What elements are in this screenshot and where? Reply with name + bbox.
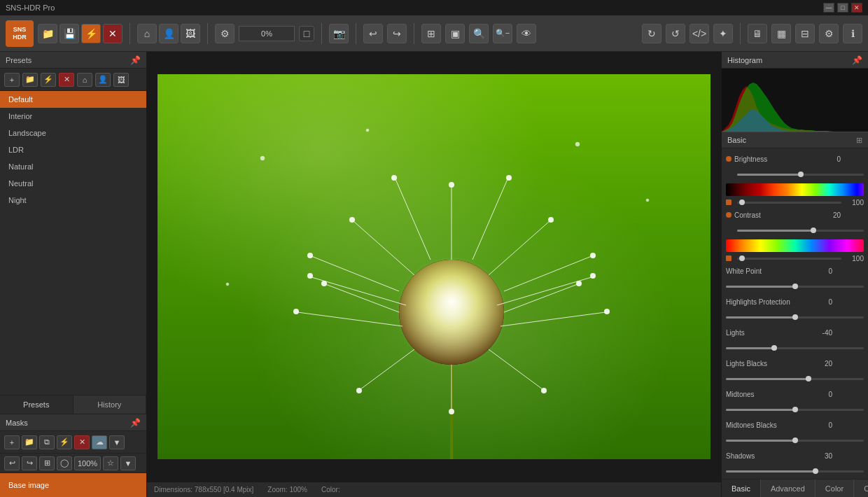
brightness-track[interactable] [737, 174, 864, 176]
midtonesblacks-track[interactable] [726, 440, 864, 442]
mask-tool4-btn[interactable]: ◯ [57, 456, 72, 470]
preset-image-btn[interactable]: 🖼 [113, 73, 129, 87]
tab-advanced[interactable]: Advanced [761, 479, 816, 497]
toolbar-btn-bolt[interactable]: ⚡ [81, 24, 101, 43]
lights-row: Lights -40 [722, 325, 868, 340]
mask-pct-btn[interactable]: 100% [74, 456, 101, 470]
basic-expand-icon[interactable]: ⊞ [856, 136, 862, 145]
toolbar-btn-rotate-cw[interactable]: ↻ [642, 24, 662, 43]
toolbar-btn-layout[interactable]: ⊟ [795, 24, 815, 43]
toolbar-btn-settings[interactable]: ⚙ [215, 24, 234, 43]
preset-person-btn[interactable]: 👤 [95, 73, 111, 87]
preset-item-landscape[interactable]: Landscape [0, 125, 146, 141]
midtones-track[interactable] [726, 409, 864, 411]
preset-home-btn[interactable]: ⌂ [77, 73, 92, 87]
status-dimensions: Dimensions: 788x550 [0.4 Mpix] [154, 486, 253, 493]
toolbar-btn-crop[interactable]: ⊞ [421, 24, 441, 43]
toolbar-btn-frame[interactable]: ▣ [445, 24, 465, 43]
base-image-item[interactable]: Base image [0, 473, 146, 497]
toolbar-btn-rotate-ccw[interactable]: ↺ [666, 24, 685, 43]
toolbar-btn-camera[interactable]: 📷 [329, 24, 349, 43]
preset-item-ldr[interactable]: LDR [0, 141, 146, 158]
tab-presets[interactable]: Presets [0, 396, 74, 414]
progress-input[interactable]: 0% [239, 26, 295, 41]
mask-star-dropdown-btn[interactable]: ▼ [120, 456, 136, 470]
toolbar-btn-open[interactable]: 📁 [38, 24, 57, 43]
toolbar-btn-eye[interactable]: 👁 [517, 24, 536, 43]
preset-delete-btn[interactable]: ✕ [59, 73, 74, 87]
tab-basic[interactable]: Basic [722, 479, 761, 497]
mask-tool1-btn[interactable]: ↩ [4, 456, 20, 470]
svg-point-30 [506, 175, 512, 181]
toolbar-btn-monitor[interactable]: 🖥 [748, 24, 767, 43]
toolbar-btn-zoom-out[interactable]: 🔍− [493, 24, 512, 43]
svg-point-39 [646, 199, 649, 202]
toolbar-btn-redo[interactable]: ↪ [387, 24, 407, 43]
canvas-inner[interactable] [147, 52, 721, 482]
highlights-track[interactable] [726, 316, 864, 318]
preset-add-btn[interactable]: + [4, 73, 20, 87]
preset-item-natural[interactable]: Natural [0, 158, 146, 175]
toolbar-btn-square[interactable]: □ [299, 26, 314, 41]
toolbar-btn-image[interactable]: 🖼 [181, 24, 200, 43]
mask-tool2-btn[interactable]: ↪ [22, 456, 37, 470]
preset-item-night[interactable]: Night [0, 192, 146, 209]
mask-star-btn[interactable]: ☆ [103, 456, 118, 470]
brightness-indicator [726, 156, 732, 162]
preset-bolt-btn[interactable]: ⚡ [41, 73, 56, 87]
toolbar-btn-person[interactable]: 👤 [159, 24, 178, 43]
lightsblacks-track[interactable] [726, 378, 864, 380]
mask-copy-btn[interactable]: ⧉ [39, 435, 55, 449]
mask-delete-btn[interactable]: ✕ [74, 435, 90, 449]
toolbar-btn-home[interactable]: ⌂ [137, 24, 157, 43]
mask-tool3-btn[interactable]: ⊞ [39, 456, 55, 470]
preset-folder-btn[interactable]: 📁 [22, 73, 38, 87]
contrast-slider-row[interactable] [722, 223, 868, 238]
toolbar-sep-4 [356, 23, 356, 44]
mask-cloud-btn[interactable]: ☁ [92, 435, 107, 449]
close-button[interactable]: ✕ [851, 3, 862, 13]
shadows-track[interactable] [726, 470, 864, 472]
toolbar-btn-cancel[interactable]: ✕ [103, 24, 122, 43]
toolbar-btn-zoom-in[interactable]: 🔍 [469, 24, 489, 43]
histogram-pin-icon[interactable]: 📌 [852, 55, 862, 65]
midtones-slider-row[interactable] [722, 402, 868, 417]
tab-color[interactable]: Color [816, 479, 854, 497]
l-indicator-row: 100 [722, 197, 868, 207]
preset-item-default[interactable]: Default [0, 91, 146, 108]
lights-track[interactable] [726, 347, 864, 349]
tab-curves[interactable]: Curves [854, 479, 868, 497]
contrast-track[interactable] [737, 230, 864, 232]
mask-dropdown-btn[interactable]: ▼ [109, 435, 125, 449]
toolbar-btn-info[interactable]: ℹ [843, 24, 862, 43]
toolbar-btn-star[interactable]: ✦ [713, 24, 733, 43]
lights-slider-row[interactable] [722, 340, 868, 356]
presets-pin-icon[interactable]: 📌 [130, 55, 141, 65]
toolbar-btn-code[interactable]: </> [690, 24, 709, 43]
mask-add-btn[interactable]: + [4, 435, 20, 449]
brightness-slider-row[interactable] [722, 167, 868, 182]
toolbar-sep-3 [321, 23, 322, 44]
toolbar-btn-undo[interactable]: ↩ [363, 24, 383, 43]
minimize-button[interactable]: — [823, 3, 834, 13]
toolbar-btn-options[interactable]: ⚙ [819, 24, 839, 43]
preset-item-interior[interactable]: Interior [0, 108, 146, 125]
whitepoint-slider-row[interactable] [722, 279, 868, 294]
whitepoint-track[interactable] [726, 286, 864, 288]
highlights-slider-row[interactable] [722, 309, 868, 325]
shadows-slider-row[interactable] [722, 463, 868, 479]
preset-item-neutral[interactable]: Neutral [0, 175, 146, 192]
masks-pin-icon[interactable]: 📌 [130, 418, 141, 428]
midtonesblacks-slider-row[interactable] [722, 433, 868, 448]
tab-history[interactable]: History [74, 396, 147, 414]
mask-folder-btn[interactable]: 📁 [22, 435, 37, 449]
toolbar-btn-save[interactable]: 💾 [59, 24, 79, 43]
toolbar-btn-panel[interactable]: ▦ [771, 24, 791, 43]
maximize-button[interactable]: □ [837, 3, 848, 13]
window-controls[interactable]: — □ ✕ [823, 3, 862, 13]
masks-toolbar: + 📁 ⧉ ⚡ ✕ ☁ ▼ [0, 431, 146, 454]
svg-line-8 [489, 221, 550, 275]
lightsblacks-slider-row[interactable] [722, 371, 868, 386]
highlights-label: Highlights Protection [726, 298, 810, 306]
mask-bolt-btn[interactable]: ⚡ [57, 435, 72, 449]
